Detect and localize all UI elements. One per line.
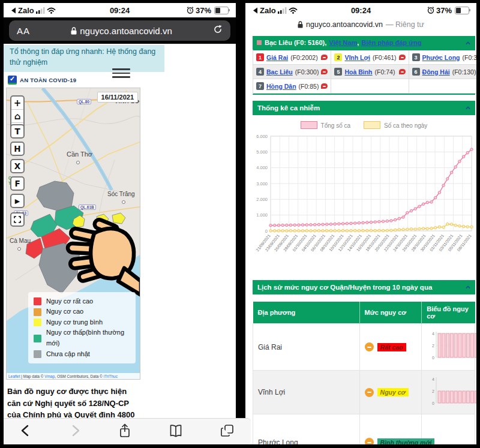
chart-legend-label: Số ca theo ngày <box>384 122 427 129</box>
cases-line-chart: 01.0002.0003.0004.0005.0006.00021/09/202… <box>253 130 475 270</box>
map-legend-item: Nguy cơ trung bình <box>34 317 130 328</box>
reader-options-button[interactable]: AA <box>17 26 30 36</box>
comment-icon[interactable] <box>399 69 406 74</box>
back-button[interactable] <box>19 424 32 440</box>
district-link[interactable]: Hoà Bình <box>344 68 372 76</box>
cases-chart-block: Tổng số caSố ca theo ngày 01.0002.0003.0… <box>253 115 475 274</box>
vmap-link[interactable]: Vmap <box>44 374 55 378</box>
chart-legend-swatch <box>364 121 380 129</box>
district-link[interactable]: Vĩnh Lợi <box>344 54 370 61</box>
rank-badge: 6 <box>412 68 420 76</box>
risk-level-cell: Bình thường mới <box>359 414 422 445</box>
collapse-chevron-icon[interactable] <box>466 41 470 46</box>
right-phone-screenshot: Zalo 09:24 37% nguyco.antoancovid.vn — R… <box>245 3 476 444</box>
address-bar[interactable]: AA nguyco.antoancovid.vn <box>9 20 230 41</box>
district-link[interactable]: Phước Long <box>422 54 460 61</box>
comment-icon[interactable] <box>321 55 328 60</box>
district-link[interactable]: Hồng Dân <box>266 83 296 90</box>
map-t-button[interactable]: T <box>10 124 25 139</box>
leaflet-map[interactable]: 16/11/2021 + ⌂ − T H X F ▶ VĨNH LO Cần T… <box>6 88 140 380</box>
private-mode-label: — Riêng tư <box>386 20 424 29</box>
district-link[interactable]: Giá Rai <box>266 54 288 61</box>
legend-color-swatch <box>34 297 41 305</box>
wifi-icon <box>47 7 56 14</box>
district-cell[interactable]: 3Phước Long(F0:375) <box>409 50 476 65</box>
rank-badge: 1 <box>256 53 264 61</box>
comment-icon[interactable] <box>321 69 328 74</box>
district-cell[interactable]: 1Giá Rai(F0:2002) <box>253 50 331 65</box>
zoom-in-button[interactable]: + <box>11 97 23 110</box>
forward-button[interactable] <box>68 424 82 440</box>
map-legend-item: Chưa cập nhật <box>34 349 130 360</box>
province-header-bar[interactable]: Bạc Liêu (F0: 5160), Việt Nam, Biện pháp… <box>253 36 475 49</box>
district-cell-empty <box>409 79 476 94</box>
map-h-button[interactable]: H <box>10 142 25 156</box>
stats-header-bar[interactable]: Thống kê ca nhiễm <box>253 101 475 115</box>
map-play-button[interactable]: ▶ <box>10 194 25 208</box>
svg-text:0: 0 <box>432 356 434 360</box>
legend-label: Nguy cơ trung bình <box>46 317 103 328</box>
district-cell[interactable]: 2Vĩnh Lợi(F0:461) <box>331 50 409 65</box>
battery-icon <box>214 7 229 14</box>
map-x-button[interactable]: X <box>10 159 25 173</box>
response-measures-link[interactable]: Biện pháp đáp ứng <box>361 39 421 46</box>
map-attribution: Leaflet | Map data © Vmap, OSM Contribut… <box>7 373 140 379</box>
chart-legend-item: Số ca theo ngày <box>364 121 427 129</box>
wifi-icon <box>289 7 298 14</box>
history-header-bar[interactable]: Lịch sử mức nguy cơ Quận/Huyện trong 10 … <box>253 280 475 294</box>
map-fullscreen-button[interactable] <box>10 212 25 227</box>
district-cell[interactable]: 5Hoà Bình(F0:74) <box>331 65 409 79</box>
reload-button[interactable] <box>213 25 223 37</box>
collapse-chevron-icon[interactable] <box>466 285 470 290</box>
stats-header-label: Thống kê ca nhiễm <box>257 104 320 112</box>
map-label-can-tho: Cần Thơ <box>67 151 92 158</box>
table-header-row: Địa phươngMức nguy cơBiểu đồ nguy cơ <box>253 302 475 324</box>
district-cell[interactable]: 6Đông Hải(F0:130) <box>409 65 476 79</box>
chart-legend-swatch <box>301 121 317 129</box>
risk-level-wrap: Nguy cơ <box>365 388 417 397</box>
map-f-button[interactable]: F <box>10 176 25 191</box>
district-f0-count: (F0:74) <box>375 68 395 76</box>
carrier-label: Zalo <box>18 6 34 15</box>
svg-text:2: 2 <box>432 389 434 393</box>
itrithuc-link[interactable]: iTriThuc <box>104 374 118 378</box>
district-f0-count: (F0:375) <box>463 54 476 61</box>
lock-icon <box>71 27 77 35</box>
risk-level-chip: Bình thường mới <box>377 438 435 445</box>
district-link[interactable]: Bạc Liêu <box>266 68 293 76</box>
share-button[interactable] <box>118 423 132 441</box>
comment-icon[interactable] <box>321 83 328 89</box>
district-cell[interactable]: 4Bạc Liêu(F0:300) <box>253 65 331 79</box>
district-name-cell: Giá Rai <box>253 324 360 371</box>
carrier-label: Zalo <box>260 6 276 15</box>
svg-text:6.000: 6.000 <box>256 134 268 139</box>
svg-text:0: 0 <box>265 228 268 234</box>
clock-label: 09:24 <box>351 6 371 15</box>
clock-label: 09:24 <box>110 6 130 15</box>
menu-icon[interactable] <box>112 68 130 78</box>
collapse-chevron-icon[interactable] <box>466 106 470 110</box>
map-date-badge: 16/11/2021 <box>97 92 138 103</box>
comment-icon[interactable] <box>399 55 406 60</box>
safari-toolbar <box>4 418 251 444</box>
risk-level-wrap: Bình thường mới <box>365 438 417 444</box>
leaflet-link[interactable]: Leaflet <box>8 374 20 378</box>
table-row: Giá RaiRất cao420 <box>253 324 475 371</box>
address-band: AA nguyco.antoancovid.vn <box>4 17 236 44</box>
legend-color-swatch <box>34 318 41 326</box>
bookmarks-button[interactable] <box>168 423 184 440</box>
compact-url-bar[interactable]: nguyco.antoancovid.vn — Riêng tư <box>245 17 476 32</box>
history-column-header: Biểu đồ nguy cơ <box>422 302 475 324</box>
home-button[interactable]: ⌂ <box>11 110 23 123</box>
district-f0-count: (F0:300) <box>295 68 319 76</box>
legend-label: Chưa cập nhật <box>46 349 90 360</box>
legend-label: Nguy cơ cao <box>46 306 83 317</box>
battery-percent-label: 37% <box>196 6 211 15</box>
trend-unchanged-icon <box>365 342 374 351</box>
tabs-button[interactable] <box>220 423 235 440</box>
district-cell[interactable]: 7Hồng Dân(F0:85) <box>253 79 331 94</box>
map-label-soc-trang: Sóc Trăng <box>107 191 135 197</box>
vietnam-link[interactable]: Việt Nam <box>329 39 357 46</box>
district-link[interactable]: Đông Hải <box>422 68 450 76</box>
trend-unchanged-icon <box>365 388 374 397</box>
